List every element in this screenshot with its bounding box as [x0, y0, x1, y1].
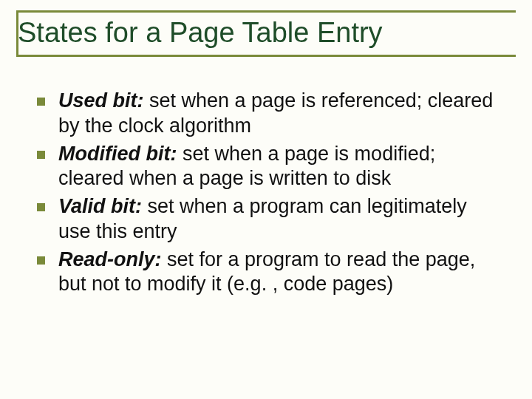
- square-bullet-icon: [37, 151, 45, 159]
- title-rule-top: [16, 10, 516, 13]
- term: Used bit:: [58, 89, 144, 112]
- list-item: Used bit: set when a page is referenced;…: [37, 89, 502, 139]
- list-item: Read-only: set for a program to read the…: [37, 248, 502, 298]
- term: Modified bit:: [58, 143, 177, 165]
- title-block: States for a Page Table Entry: [16, 10, 516, 57]
- list-item-text: Valid bit: set when a program can legiti…: [58, 194, 502, 245]
- list-item: Valid bit: set when a program can legiti…: [37, 194, 502, 245]
- body-list: Used bit: set when a page is referenced;…: [37, 89, 502, 300]
- square-bullet-icon: [37, 98, 45, 106]
- slide: States for a Page Table Entry Used bit: …: [0, 0, 532, 399]
- term: Read-only:: [58, 248, 162, 270]
- page-title: States for a Page Table Entry: [18, 18, 516, 49]
- list-item-text: Read-only: set for a program to read the…: [58, 248, 502, 298]
- list-item: Modified bit: set when a page is modifie…: [37, 142, 502, 192]
- term: Valid bit:: [58, 195, 142, 217]
- list-item-text: Modified bit: set when a page is modifie…: [58, 142, 502, 192]
- title-rule-bottom: [16, 55, 516, 57]
- square-bullet-icon: [37, 203, 45, 211]
- square-bullet-icon: [37, 256, 45, 265]
- title-rule-left: [16, 10, 18, 55]
- list-item-text: Used bit: set when a page is referenced;…: [58, 89, 502, 139]
